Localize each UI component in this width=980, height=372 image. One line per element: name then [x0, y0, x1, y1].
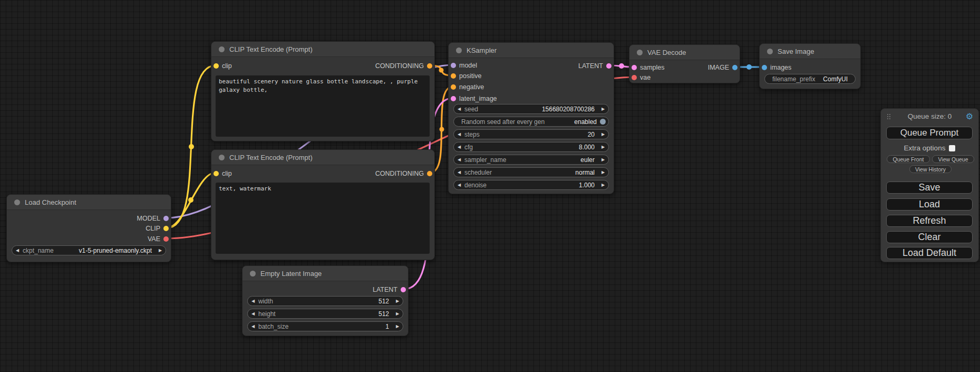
- vae-output-dot[interactable]: [163, 236, 169, 242]
- scheduler-widget[interactable]: ◀ scheduler normal ▶: [453, 167, 609, 177]
- seed-widget[interactable]: ◀ seed 156680208700286 ▶: [453, 104, 609, 114]
- model-output-dot[interactable]: [163, 216, 169, 221]
- node-empty-latent-image[interactable]: Empty Latent Image LATENT ◀ width 512 ▶ …: [242, 265, 409, 336]
- collapse-dot-icon[interactable]: [14, 199, 20, 205]
- images-input-dot[interactable]: [762, 65, 767, 70]
- collapse-dot-icon[interactable]: [456, 47, 462, 53]
- latent-output-dot[interactable]: [606, 63, 612, 69]
- collapse-dot-icon[interactable]: [219, 155, 225, 160]
- decrement-arrow-icon[interactable]: ◀: [454, 142, 464, 151]
- decrement-arrow-icon[interactable]: ◀: [454, 130, 464, 139]
- increment-arrow-icon[interactable]: ▶: [392, 297, 403, 306]
- node-title-bar[interactable]: Load Checkpoint: [7, 195, 171, 210]
- input-slot-positive: positive: [459, 72, 481, 80]
- increment-arrow-icon[interactable]: ▶: [392, 322, 403, 331]
- increment-arrow-icon[interactable]: ▶: [598, 142, 608, 151]
- decrement-arrow-icon[interactable]: ◀: [248, 322, 258, 331]
- increment-arrow-icon[interactable]: ▶: [598, 104, 608, 113]
- sampler-name-widget[interactable]: ◀ sampler_name euler ▶: [453, 155, 609, 165]
- cfg-widget[interactable]: ◀ cfg 8.000 ▶: [453, 142, 609, 152]
- decrement-arrow-icon[interactable]: ◀: [248, 297, 258, 306]
- model-input-dot[interactable]: [451, 63, 456, 68]
- decrement-arrow-icon[interactable]: ◀: [454, 168, 464, 177]
- decrement-arrow-icon[interactable]: ◀: [248, 309, 258, 318]
- node-title-bar[interactable]: VAE Decode: [629, 45, 740, 60]
- node-title-bar[interactable]: KSampler: [449, 43, 614, 58]
- ckpt-name-widget[interactable]: ◀ ckpt_name v1-5-pruned-emaonly.ckpt ▶: [12, 245, 166, 255]
- collapse-dot-icon[interactable]: [219, 46, 225, 52]
- increment-arrow-icon[interactable]: ▶: [392, 309, 403, 318]
- decrement-arrow-icon[interactable]: ◀: [454, 155, 464, 164]
- batch-size-widget[interactable]: ◀ batch_size 1 ▶: [247, 321, 403, 331]
- queue-prompt-button[interactable]: Queue Prompt: [886, 127, 973, 139]
- height-widget[interactable]: ◀ height 512 ▶: [247, 309, 403, 319]
- increment-arrow-icon[interactable]: ▶: [598, 130, 608, 139]
- node-title: Load Checkpoint: [25, 198, 76, 206]
- view-history-button[interactable]: View History: [909, 165, 952, 173]
- collapse-dot-icon[interactable]: [767, 49, 773, 54]
- latent-output-dot[interactable]: [401, 287, 406, 292]
- output-slot-latent: LATENT: [373, 286, 397, 293]
- steps-widget[interactable]: ◀ steps 20 ▶: [453, 129, 609, 139]
- increment-arrow-icon[interactable]: ▶: [155, 246, 166, 255]
- queue-front-button[interactable]: Queue Front: [887, 155, 930, 163]
- prompt-textarea[interactable]: text, watermark: [216, 183, 430, 254]
- vae-input-dot[interactable]: [632, 75, 637, 80]
- increment-arrow-icon[interactable]: ▶: [598, 168, 608, 177]
- node-title-bar[interactable]: CLIP Text Encode (Prompt): [211, 42, 434, 57]
- node-clip-text-encode-negative[interactable]: CLIP Text Encode (Prompt) clip CONDITION…: [211, 149, 435, 260]
- decrement-arrow-icon[interactable]: ◀: [454, 180, 464, 189]
- clip-output-dot[interactable]: [163, 226, 169, 231]
- input-slot-latent-image: latent_image: [459, 95, 497, 102]
- latent-input-dot[interactable]: [451, 96, 456, 101]
- positive-input-dot[interactable]: [451, 73, 456, 79]
- input-slot-vae: vae: [640, 74, 651, 81]
- view-queue-button[interactable]: View Queue: [932, 155, 974, 163]
- image-output-dot[interactable]: [732, 65, 738, 70]
- node-title: CLIP Text Encode (Prompt): [229, 154, 313, 161]
- node-title-bar[interactable]: CLIP Text Encode (Prompt): [211, 150, 434, 165]
- node-title-bar[interactable]: Save Image: [760, 44, 860, 59]
- input-slot-clip: clip: [222, 62, 232, 70]
- clip-input-dot[interactable]: [214, 171, 219, 176]
- node-vae-decode[interactable]: VAE Decode samples vae IMAGE: [629, 44, 740, 83]
- clip-input-dot[interactable]: [214, 63, 219, 69]
- extra-options-checkbox[interactable]: [949, 145, 955, 151]
- filename-prefix-widget[interactable]: filename_prefix ComfyUI: [764, 74, 856, 84]
- output-slot-image: IMAGE: [708, 64, 729, 71]
- output-slot-latent: LATENT: [578, 62, 603, 70]
- node-title: KSampler: [467, 46, 497, 54]
- width-widget[interactable]: ◀ width 512 ▶: [247, 296, 403, 306]
- increment-arrow-icon[interactable]: ▶: [598, 155, 608, 164]
- node-title: Save Image: [778, 47, 814, 55]
- node-graph-canvas[interactable]: Load Checkpoint MODEL CLIP VAE ◀ ckpt_na…: [0, 0, 980, 372]
- gear-icon[interactable]: ⚙: [966, 111, 973, 121]
- decrement-arrow-icon[interactable]: ◀: [454, 104, 464, 113]
- save-button[interactable]: Save: [886, 182, 973, 194]
- output-slot-clip: CLIP: [145, 225, 160, 232]
- collapse-dot-icon[interactable]: [250, 271, 256, 276]
- random-seed-toggle[interactable]: Random seed after every gen enabled: [453, 117, 609, 127]
- node-title-bar[interactable]: Empty Latent Image: [242, 266, 408, 281]
- output-slot-model: MODEL: [137, 215, 160, 222]
- node-title: CLIP Text Encode (Prompt): [229, 45, 313, 53]
- node-clip-text-encode-positive[interactable]: CLIP Text Encode (Prompt) clip CONDITION…: [211, 41, 435, 141]
- node-ksampler[interactable]: KSampler model positive negative latent_…: [448, 42, 614, 194]
- load-default-button[interactable]: Load Default: [886, 247, 973, 259]
- increment-arrow-icon[interactable]: ▶: [598, 180, 608, 189]
- conditioning-output-dot[interactable]: [427, 63, 432, 69]
- node-load-checkpoint[interactable]: Load Checkpoint MODEL CLIP VAE ◀ ckpt_na…: [6, 194, 171, 262]
- collapse-dot-icon[interactable]: [637, 50, 643, 55]
- refresh-button[interactable]: Refresh: [886, 215, 973, 227]
- clear-button[interactable]: Clear: [886, 231, 973, 243]
- samples-input-dot[interactable]: [632, 65, 637, 70]
- negative-input-dot[interactable]: [451, 84, 456, 90]
- node-title: VAE Decode: [647, 49, 686, 56]
- conditioning-output-dot[interactable]: [427, 171, 432, 176]
- prompt-textarea[interactable]: beautiful scenery nature glass bottle la…: [216, 75, 430, 137]
- queue-panel: Queue size: 0 ⚙ Queue Prompt Extra optio…: [880, 108, 979, 262]
- decrement-arrow-icon[interactable]: ◀: [12, 246, 23, 255]
- denoise-widget[interactable]: ◀ denoise 1.000 ▶: [453, 180, 609, 190]
- node-save-image[interactable]: Save Image images filename_prefix ComfyU…: [759, 43, 861, 89]
- load-button[interactable]: Load: [886, 198, 973, 211]
